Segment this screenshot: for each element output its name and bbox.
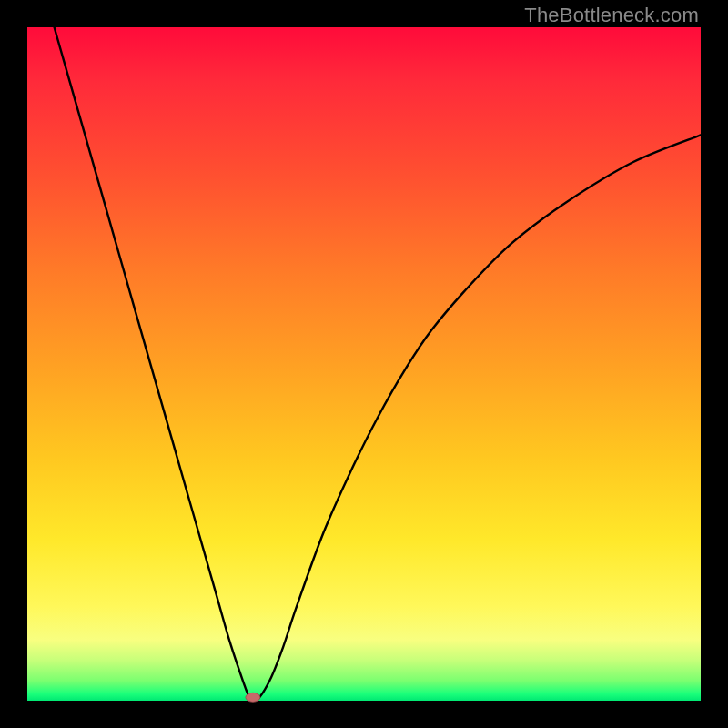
chart-frame: TheBottleneck.com (0, 0, 728, 728)
watermark-text: TheBottleneck.com (524, 4, 699, 27)
optimal-point-marker (246, 693, 260, 702)
plot-area (27, 27, 701, 701)
bottleneck-curve (55, 27, 701, 702)
curve-svg (27, 27, 701, 701)
